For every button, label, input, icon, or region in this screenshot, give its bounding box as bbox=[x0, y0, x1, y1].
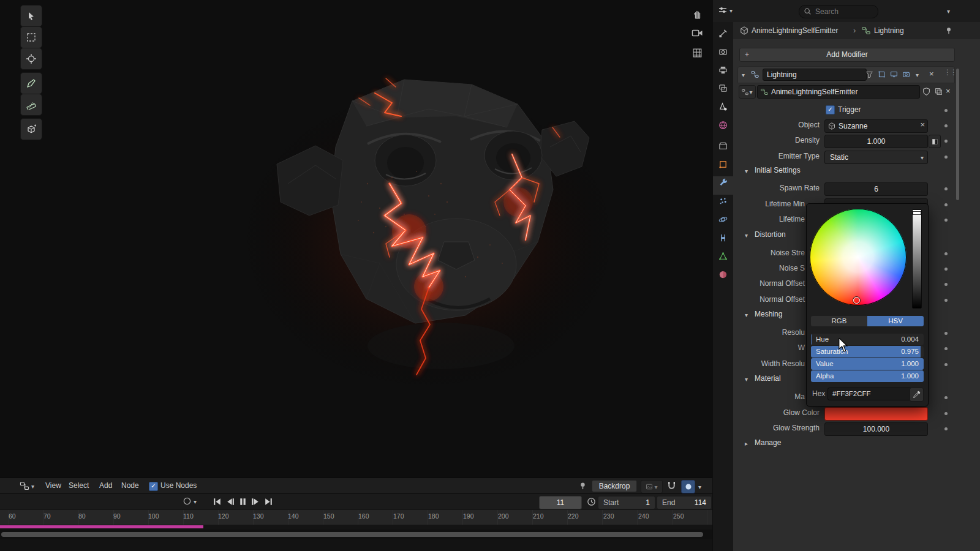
viewport[interactable] bbox=[0, 0, 712, 478]
glow-strength-field[interactable]: 100.000 bbox=[824, 422, 928, 436]
modifier-render-icon[interactable] bbox=[902, 70, 910, 78]
animate-dot[interactable] bbox=[944, 363, 948, 366]
hex-field[interactable]: #FF3F2CFF bbox=[827, 388, 913, 400]
animate-dot[interactable] bbox=[944, 109, 948, 112]
select-box-tool-button[interactable] bbox=[20, 26, 42, 48]
animate-dot[interactable] bbox=[944, 219, 948, 222]
density-field[interactable]: 1.000 bbox=[824, 135, 928, 148]
menu-node[interactable]: Node bbox=[121, 481, 139, 490]
modifier-editmode-icon[interactable] bbox=[878, 70, 886, 78]
value-slider[interactable] bbox=[912, 209, 922, 309]
animate-dot[interactable] bbox=[944, 283, 948, 286]
preview-toggle-button[interactable] bbox=[681, 480, 695, 493]
hue-slider[interactable]: Hue 0.004 bbox=[811, 334, 924, 345]
end-frame-field[interactable]: End 114 bbox=[657, 496, 712, 509]
timeline-ruler[interactable]: 60 70 80 90 100 110 120 130 140 150 160 … bbox=[0, 509, 712, 525]
measure-tool-button[interactable] bbox=[20, 94, 42, 116]
current-frame-field[interactable]: 11 bbox=[539, 496, 582, 509]
jump-to-end-button[interactable] bbox=[263, 497, 274, 507]
snap-button[interactable] bbox=[666, 481, 677, 491]
alpha-slider[interactable]: Alpha 1.000 bbox=[811, 370, 924, 382]
timeline-scrollbar-track[interactable] bbox=[0, 530, 712, 539]
color-wheel-cursor[interactable] bbox=[853, 297, 860, 304]
rgb-mode-tab[interactable]: RGB bbox=[811, 316, 867, 326]
tab-view-layer[interactable] bbox=[713, 80, 733, 97]
use-nodes-checkbox[interactable] bbox=[149, 482, 158, 491]
breadcrumb-object-name[interactable]: AnimeLightningSelfEmitter bbox=[752, 26, 838, 35]
modifier-expand-chevron-icon[interactable] bbox=[742, 70, 745, 79]
animate-dot[interactable] bbox=[944, 156, 948, 159]
pan-hand-gizmo[interactable] bbox=[692, 9, 703, 20]
menu-select[interactable]: Select bbox=[69, 481, 89, 490]
node-group-name-field[interactable]: AnimeLightningSelfEmitter bbox=[757, 85, 920, 99]
editor-type-button[interactable] bbox=[20, 481, 34, 491]
menu-view[interactable]: View bbox=[45, 481, 61, 490]
properties-editor-type-button[interactable] bbox=[718, 6, 733, 15]
camera-view-gizmo[interactable] bbox=[692, 28, 703, 38]
section-manage[interactable]: Manage bbox=[713, 437, 980, 450]
animate-dot[interactable] bbox=[944, 347, 948, 350]
object-clear-icon[interactable] bbox=[920, 119, 925, 131]
modifier-name-field[interactable]: Lightning bbox=[763, 69, 867, 81]
hsv-color-wheel[interactable] bbox=[810, 209, 907, 305]
properties-scrollbar-handle[interactable] bbox=[956, 69, 959, 200]
animate-dot[interactable] bbox=[944, 332, 948, 335]
modifier-extras-chevron-icon[interactable] bbox=[916, 70, 919, 79]
hsv-mode-tab[interactable]: HSV bbox=[867, 316, 924, 326]
value-channel-slider[interactable]: Value 1.000 bbox=[811, 358, 924, 370]
grid-view-gizmo[interactable] bbox=[692, 48, 703, 58]
glow-color-swatch[interactable] bbox=[824, 407, 928, 421]
fake-user-shield-icon[interactable] bbox=[922, 88, 930, 96]
animate-dot[interactable] bbox=[944, 252, 948, 255]
pause-button[interactable] bbox=[238, 497, 248, 507]
modifier-drag-handle-icon[interactable]: ⋮⋮ bbox=[944, 68, 956, 77]
animate-dot[interactable] bbox=[944, 140, 948, 143]
breadcrumb-node-tree-name[interactable]: Lightning bbox=[874, 26, 904, 35]
density-input-attribute-button[interactable] bbox=[929, 135, 941, 148]
animate-dot[interactable] bbox=[944, 268, 948, 271]
backdrop-button[interactable]: Backdrop bbox=[592, 480, 637, 492]
cursor-tool-button[interactable] bbox=[20, 48, 42, 70]
emitter-type-dropdown[interactable]: Static bbox=[824, 151, 928, 164]
unlink-node-group-icon[interactable] bbox=[946, 86, 951, 96]
tab-output[interactable] bbox=[713, 61, 733, 78]
modifier-filter-icon[interactable] bbox=[865, 70, 873, 78]
filter-chevron-icon[interactable] bbox=[947, 7, 950, 15]
modifier-realtime-icon[interactable] bbox=[890, 70, 898, 78]
animate-dot[interactable] bbox=[944, 299, 948, 302]
duplicate-icon[interactable] bbox=[935, 88, 943, 96]
animate-dot[interactable] bbox=[944, 427, 948, 430]
add-cube-tool-button[interactable] bbox=[20, 118, 42, 140]
tab-render[interactable] bbox=[713, 43, 733, 60]
timeline-scrollbar-handle[interactable] bbox=[1, 532, 703, 537]
playback-sync-dropdown[interactable] bbox=[183, 497, 197, 506]
header-extras-chevron-icon[interactable] bbox=[698, 482, 701, 491]
modifier-close-icon[interactable] bbox=[929, 69, 934, 78]
animate-dot[interactable] bbox=[944, 396, 948, 399]
search-input[interactable]: Search bbox=[799, 5, 878, 18]
start-frame-field[interactable]: Start 1 bbox=[598, 496, 655, 509]
tab-tool[interactable] bbox=[713, 24, 733, 42]
backdrop-image-select[interactable] bbox=[641, 480, 663, 493]
node-group-browse-button[interactable] bbox=[739, 85, 756, 99]
tweak-tool-button[interactable] bbox=[20, 5, 42, 27]
trigger-checkbox[interactable] bbox=[826, 105, 835, 114]
add-modifier-button[interactable]: + Add Modifier bbox=[739, 48, 955, 62]
object-field[interactable]: Suzanne bbox=[824, 119, 928, 133]
prev-keyframe-button[interactable] bbox=[225, 497, 235, 507]
animate-dot[interactable] bbox=[944, 124, 948, 127]
next-keyframe-button[interactable] bbox=[251, 497, 261, 507]
animate-dot[interactable] bbox=[944, 203, 948, 206]
modifier-panel-header[interactable]: Lightning ⋮⋮ bbox=[737, 66, 955, 83]
value-slider-handle[interactable] bbox=[913, 211, 921, 215]
eyedropper-button[interactable] bbox=[910, 388, 924, 402]
breadcrumb-pin-icon[interactable] bbox=[944, 26, 953, 35]
menu-add[interactable]: Add bbox=[99, 481, 112, 490]
pin-icon[interactable] bbox=[578, 481, 587, 490]
annotate-tool-button[interactable] bbox=[20, 72, 42, 94]
animate-dot[interactable] bbox=[944, 412, 948, 415]
section-initial-settings[interactable]: Initial Settings bbox=[713, 164, 980, 178]
animate-dot[interactable] bbox=[944, 187, 948, 190]
spawn-rate-field[interactable]: 6 bbox=[824, 182, 928, 196]
saturation-slider[interactable]: Saturation 0.975 bbox=[811, 346, 924, 358]
